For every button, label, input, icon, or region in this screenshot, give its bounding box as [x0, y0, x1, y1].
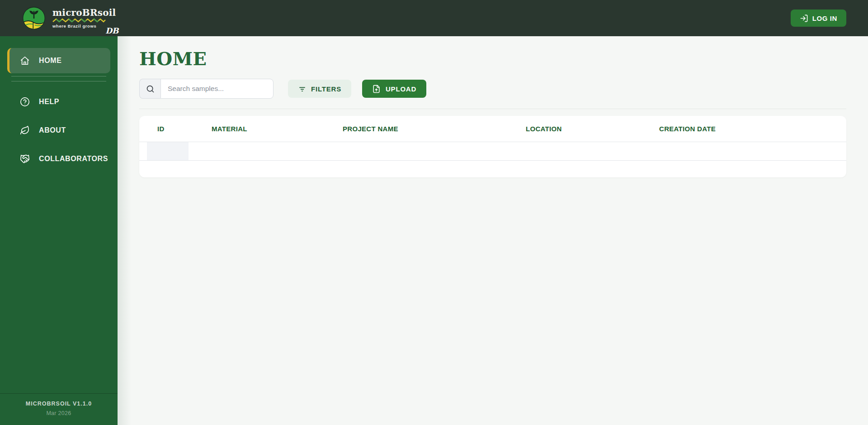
samples-table: ID MATERIAL PROJECT NAME LOCATION CREATI…: [139, 116, 846, 177]
search-input[interactable]: [160, 79, 274, 99]
handshake-icon: [20, 154, 30, 164]
plant-field-logo-icon: [22, 6, 46, 30]
column-header-project-name: PROJECT NAME: [325, 116, 508, 142]
help-circle-icon: [20, 97, 30, 107]
table-cell-id: [139, 142, 193, 160]
filters-button[interactable]: FILTERS: [288, 80, 351, 98]
search-icon: [146, 84, 155, 94]
table-header-row: ID MATERIAL PROJECT NAME LOCATION CREATI…: [139, 116, 846, 142]
table-row: [139, 142, 846, 161]
app-version: MICROBRSOIL V1.1.0: [5, 401, 113, 407]
sample-search: [139, 79, 274, 99]
sidebar-item-label: HOME: [39, 57, 61, 65]
sidebar-divider: [11, 76, 106, 76]
logo-tagline: where Brazil grows: [52, 24, 96, 29]
filters-label: FILTERS: [311, 85, 341, 93]
sidebar-nav: HOME HELP ABOUT: [0, 36, 118, 172]
sidebar-divider: [11, 81, 106, 81]
sidebar: HOME HELP ABOUT: [0, 36, 118, 425]
logo-zigzag: [52, 18, 106, 23]
home-icon: [20, 56, 30, 66]
sidebar-item-label: COLLABORATORS: [39, 155, 108, 163]
page-title: HOME: [139, 50, 846, 68]
leaf-icon: [20, 125, 30, 135]
column-header-material: MATERIAL: [193, 116, 325, 142]
column-header-id: ID: [139, 116, 193, 142]
search-icon-box: [139, 79, 160, 99]
filter-lines-icon: [298, 85, 307, 93]
sidebar-item-help[interactable]: HELP: [7, 89, 110, 115]
logo-title: microBRsoil: [52, 8, 116, 17]
sidebar-footer: MICROBRSOIL V1.1.0 Mar 2026: [0, 393, 118, 425]
login-label: LOG IN: [812, 14, 837, 22]
sidebar-item-collaborators[interactable]: COLLABORATORS: [7, 146, 110, 172]
column-header-location: LOCATION: [508, 116, 641, 142]
logo-db-suffix: DB: [105, 26, 118, 35]
sidebar-item-label: ABOUT: [39, 126, 66, 134]
log-in-icon: [800, 14, 808, 23]
upload-label: UPLOAD: [386, 85, 416, 93]
sidebar-item-home[interactable]: HOME: [7, 48, 110, 73]
toolbar-divider: [139, 109, 846, 109]
upload-button[interactable]: UPLOAD: [362, 80, 426, 98]
file-upload-icon: [372, 85, 381, 93]
login-button[interactable]: LOG IN: [791, 10, 846, 27]
toolbar: FILTERS UPLOAD: [139, 79, 846, 99]
app-version-date: Mar 2026: [5, 410, 113, 416]
column-header-creation-date: CREATION DATE: [641, 116, 846, 142]
sidebar-item-about[interactable]: ABOUT: [7, 118, 110, 143]
main-content: HOME FILTERS UPLOAD: [118, 36, 868, 425]
loading-skeleton-cell: [147, 142, 189, 160]
table-footer-space: [139, 161, 846, 177]
sidebar-item-label: HELP: [39, 98, 59, 106]
app-header: microBRsoil where Brazil grows DB LOG IN: [0, 0, 868, 36]
app-logo: microBRsoil where Brazil grows DB: [22, 6, 116, 30]
